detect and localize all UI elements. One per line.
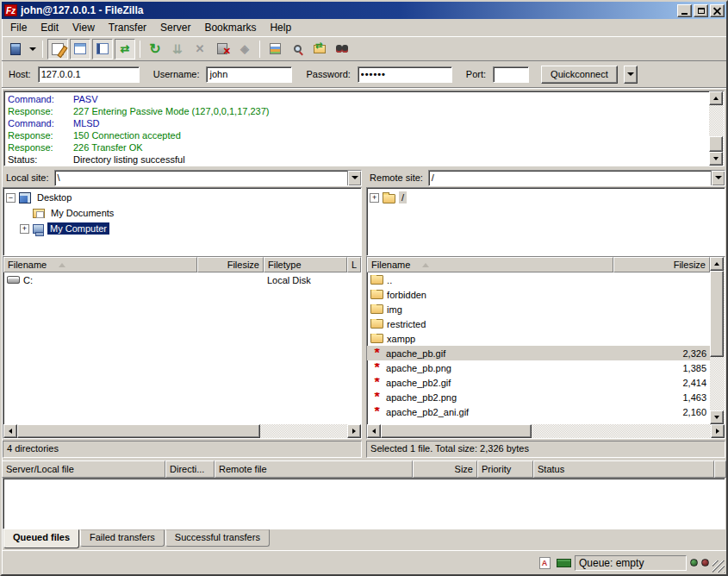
remote-site-dropdown[interactable] xyxy=(711,171,725,185)
remote-horizontal-scrollbar[interactable] xyxy=(367,424,725,438)
toggle-local-tree-button[interactable] xyxy=(70,39,90,59)
menu-file[interactable]: File xyxy=(3,20,34,35)
tab-queued-files[interactable]: Queued files xyxy=(3,529,79,548)
collapse-icon[interactable]: − xyxy=(6,193,16,203)
scroll-left-button[interactable] xyxy=(3,424,17,438)
scroll-thumb[interactable] xyxy=(17,424,260,438)
file-row[interactable]: forbidden xyxy=(367,287,710,302)
sync-browsing-button[interactable] xyxy=(309,39,330,59)
password-input[interactable] xyxy=(358,66,452,83)
port-input[interactable] xyxy=(493,66,529,83)
column-header-filetype[interactable]: Filetype xyxy=(264,257,347,272)
local-horizontal-scrollbar[interactable] xyxy=(3,424,361,438)
column-header-filesize[interactable]: Filesize xyxy=(197,257,264,272)
log-scrollbar[interactable] xyxy=(709,91,724,166)
remote-site-combobox[interactable]: / xyxy=(428,170,725,186)
binoculars-icon xyxy=(336,45,348,53)
scroll-right-button[interactable] xyxy=(347,424,361,438)
local-site-dropdown[interactable] xyxy=(347,171,361,185)
log-line: Command:MLSD xyxy=(8,117,709,129)
sync-browsing-icon xyxy=(314,45,326,53)
tree-item-my-documents[interactable]: My Documents xyxy=(6,205,361,221)
host-input[interactable] xyxy=(38,66,140,83)
scroll-up-button[interactable] xyxy=(709,91,723,105)
file-row[interactable]: restricted xyxy=(367,316,710,331)
image-file-icon: * xyxy=(370,349,383,358)
remote-directory-tree: + / xyxy=(366,187,725,256)
transfer-type-indicator[interactable]: A xyxy=(537,556,552,570)
queue-column-server-local[interactable]: Server/Local file xyxy=(2,460,165,478)
tab-failed-transfers[interactable]: Failed transfers xyxy=(80,529,165,547)
site-manager-icon xyxy=(10,43,21,55)
file-row[interactable]: *apache_pb2.gif 2,414 xyxy=(367,375,710,390)
disconnect-button[interactable] xyxy=(212,39,233,59)
column-header-filename[interactable]: Filename xyxy=(3,257,197,272)
tree-item-root[interactable]: + / xyxy=(370,190,725,205)
file-row[interactable]: *apache_pb.png 1,385 xyxy=(367,360,710,375)
menu-view[interactable]: View xyxy=(65,20,102,35)
column-header-lastmodified[interactable]: L xyxy=(347,257,361,272)
site-manager-button[interactable] xyxy=(5,39,26,59)
toggle-remote-tree-button[interactable] xyxy=(92,39,113,59)
refresh-button[interactable]: ↻ xyxy=(145,39,165,59)
tree-item-my-computer[interactable]: + My Computer xyxy=(6,221,361,236)
filezilla-logo-icon: Fz xyxy=(4,4,17,16)
message-log-icon xyxy=(52,43,64,55)
toggle-queue-button[interactable]: ⇄ xyxy=(115,39,135,59)
queue-column-status[interactable]: Status xyxy=(533,460,714,478)
find-files-button[interactable] xyxy=(332,39,352,59)
queue-column-priority[interactable]: Priority xyxy=(477,460,533,478)
column-header-filename[interactable]: Filename xyxy=(367,257,613,272)
queue-column-size[interactable]: Size xyxy=(413,460,477,478)
reconnect-button[interactable]: ◈ xyxy=(234,39,255,59)
quickconnect-dropdown[interactable] xyxy=(624,66,638,84)
image-file-icon: * xyxy=(370,408,383,416)
file-row[interactable]: xampp xyxy=(367,331,710,346)
minimize-button[interactable] xyxy=(677,4,692,17)
queue-column-direction[interactable]: Directi... xyxy=(165,460,215,478)
scroll-down-button[interactable] xyxy=(709,152,723,166)
menu-edit[interactable]: Edit xyxy=(34,20,65,35)
site-manager-dropdown[interactable] xyxy=(28,39,38,59)
remote-vertical-scrollbar[interactable] xyxy=(710,257,725,424)
menu-server[interactable]: Server xyxy=(153,20,197,35)
disk-icon xyxy=(7,276,20,284)
cancel-button[interactable]: ✕ xyxy=(190,39,210,59)
maximize-button[interactable] xyxy=(694,4,708,17)
tab-successful-transfers[interactable]: Successful transfers xyxy=(165,529,270,547)
expand-icon[interactable]: + xyxy=(370,193,379,203)
resize-grip[interactable] xyxy=(712,560,725,573)
file-row[interactable]: *apache_pb2.png 1,463 xyxy=(367,390,710,404)
filter-button[interactable] xyxy=(264,39,285,59)
log-line: Response:227 Entering Passive Mode (127,… xyxy=(8,105,709,117)
directory-comparison-button[interactable] xyxy=(287,39,308,59)
file-row-selected[interactable]: *apache_pb.gif 2,326 xyxy=(367,346,710,360)
scroll-thumb[interactable] xyxy=(381,424,532,438)
close-button[interactable] xyxy=(710,4,725,17)
column-header-filesize[interactable]: Filesize xyxy=(613,257,710,272)
menu-bookmarks[interactable]: Bookmarks xyxy=(197,20,263,35)
scroll-right-button[interactable] xyxy=(711,424,725,438)
toggle-message-log-button[interactable] xyxy=(47,39,68,59)
transfer-queue-icon: ⇄ xyxy=(121,43,130,54)
scroll-thumb[interactable] xyxy=(710,271,724,357)
expand-icon[interactable]: + xyxy=(20,224,29,234)
scroll-down-button[interactable] xyxy=(710,410,724,424)
quickconnect-button[interactable]: Quickconnect xyxy=(541,66,618,84)
menu-help[interactable]: Help xyxy=(263,20,298,35)
local-site-combobox[interactable]: \ xyxy=(54,170,363,186)
file-row[interactable]: *apache_pb2_ani.gif 2,160 xyxy=(367,404,710,419)
menu-transfer[interactable]: Transfer xyxy=(102,20,153,35)
remote-file-list: Filename Filesize .. forbidden xyxy=(366,256,725,439)
username-input[interactable] xyxy=(206,66,292,83)
file-row[interactable]: .. xyxy=(367,272,710,287)
process-queue-button[interactable]: ⇊ xyxy=(167,39,188,59)
queue-column-remote-file[interactable]: Remote file xyxy=(215,460,413,478)
file-row[interactable]: img xyxy=(367,302,710,316)
scroll-left-button[interactable] xyxy=(367,424,381,438)
tree-item-desktop[interactable]: − Desktop xyxy=(6,190,361,205)
speed-limit-indicator[interactable] xyxy=(556,556,571,570)
scroll-thumb[interactable] xyxy=(709,136,723,152)
file-row-c-drive[interactable]: C: Local Disk xyxy=(3,272,361,287)
scroll-up-button[interactable] xyxy=(710,257,724,271)
